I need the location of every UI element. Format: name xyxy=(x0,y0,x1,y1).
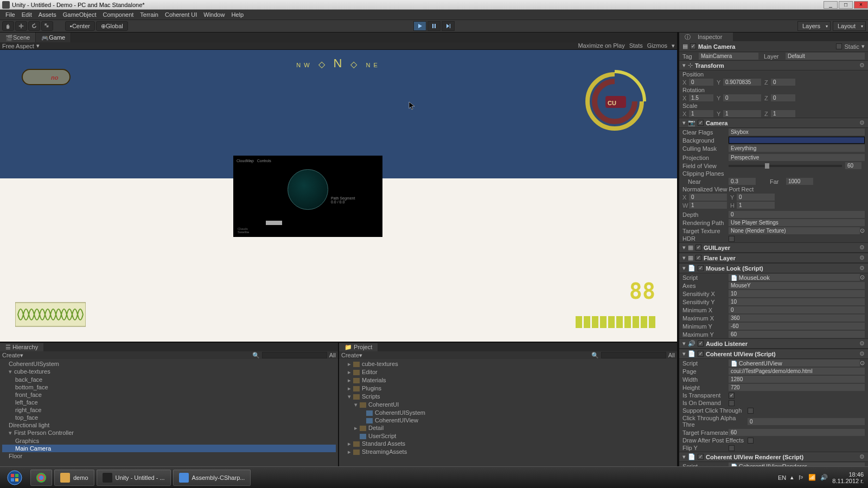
position-z-field[interactable] xyxy=(771,79,795,86)
audiolistener-enabled-checkbox[interactable] xyxy=(698,341,704,346)
project-item[interactable]: UserScript xyxy=(341,432,675,440)
background-color-field[interactable] xyxy=(729,137,865,144)
rotation-x-field[interactable] xyxy=(689,94,713,101)
project-create-dropdown[interactable]: Create xyxy=(341,352,359,358)
menu-terrain[interactable]: Terrain xyxy=(137,11,162,18)
gear-icon[interactable]: ⚙ xyxy=(859,62,865,69)
object-picker-icon[interactable]: ⊙ xyxy=(860,359,865,367)
hierarchy-item[interactable]: front_face xyxy=(2,391,336,399)
clickalpha-field[interactable] xyxy=(748,418,865,425)
hierarchy-item[interactable]: top_face xyxy=(2,414,336,421)
maxx-field[interactable] xyxy=(729,314,865,322)
object-picker-icon[interactable]: ⊙ xyxy=(860,274,865,281)
tag-dropdown[interactable]: MainCamera xyxy=(699,53,758,60)
near-clip-field[interactable] xyxy=(729,178,756,185)
hierarchy-item-selected[interactable]: Main Camera xyxy=(2,445,336,452)
viewport-h-field[interactable] xyxy=(737,202,775,209)
depth-field[interactable] xyxy=(729,211,865,218)
drawafter-checkbox[interactable] xyxy=(748,438,754,444)
ondemand-checkbox[interactable] xyxy=(729,400,735,406)
close-button[interactable]: × xyxy=(854,1,868,9)
menu-edit[interactable]: Edit xyxy=(18,11,35,18)
coherentview-component-header[interactable]: ▾📄Coherent UIView (Script)⚙ xyxy=(679,349,868,359)
height-field[interactable] xyxy=(729,384,865,391)
move-tool-button[interactable] xyxy=(15,21,27,31)
project-item[interactable]: ▸ Detail xyxy=(341,424,675,432)
menu-coherentui[interactable]: Coherent UI xyxy=(162,11,200,18)
gear-icon[interactable]: ⚙ xyxy=(859,265,865,272)
project-item[interactable]: CoherentUIView xyxy=(341,416,675,424)
object-picker-icon[interactable]: ⊙ xyxy=(860,227,865,234)
rotation-z-field[interactable] xyxy=(771,94,795,101)
minx-field[interactable] xyxy=(729,306,865,313)
script-field[interactable]: 📄 CoherentUIViewRenderer xyxy=(729,463,865,466)
mouselook-component-header[interactable]: ▾📄Mouse Look (Script)⚙ xyxy=(679,263,868,273)
hierarchy-item[interactable]: Directional light xyxy=(2,421,336,429)
menu-help[interactable]: Help xyxy=(228,11,247,18)
clear-flags-dropdown[interactable]: Skybox xyxy=(729,129,865,136)
project-item[interactable]: ▸ Plugins xyxy=(341,384,675,393)
hierarchy-item[interactable]: CoherentUISystem xyxy=(2,360,336,368)
hierarchy-tab[interactable]: ☰ Hierarchy xyxy=(0,343,43,351)
system-tray[interactable]: EN ▴ 🏳 📶 🔊 18:46 8.11.2012 г. xyxy=(774,471,868,484)
viewport-x-field[interactable] xyxy=(689,194,727,201)
script-field[interactable]: 📄 MouseLook xyxy=(729,274,860,281)
sensx-field[interactable] xyxy=(729,290,865,297)
transform-component-header[interactable]: ▾⊹Transform⚙ xyxy=(679,60,868,70)
mouselook-enabled-checkbox[interactable] xyxy=(698,265,704,271)
volume-icon[interactable]: 🔊 xyxy=(820,474,828,481)
project-item[interactable]: ▸ Standard Assets xyxy=(341,440,675,448)
hierarchy-item[interactable]: right_face xyxy=(2,406,336,414)
project-item[interactable]: ▾ CoherentUI xyxy=(341,401,675,409)
far-clip-field[interactable] xyxy=(786,178,813,185)
fov-field[interactable] xyxy=(845,162,861,169)
menu-window[interactable]: Window xyxy=(200,11,228,18)
pause-button[interactable] xyxy=(427,21,441,31)
gameobject-enabled-checkbox[interactable] xyxy=(690,43,696,49)
gear-icon[interactable]: ⚙ xyxy=(859,119,865,126)
transparent-checkbox[interactable] xyxy=(729,393,735,399)
menu-gameobject[interactable]: GameObject xyxy=(60,11,100,18)
guilayer-component-header[interactable]: ▾▦GUILayer⚙ xyxy=(679,242,868,253)
script-field[interactable]: 📄 CoherentUIView xyxy=(729,359,860,367)
rotate-tool-button[interactable] xyxy=(28,21,40,31)
taskbar-folder[interactable]: demo xyxy=(54,470,94,486)
targetfps-field[interactable] xyxy=(729,429,865,436)
taskbar-chrome[interactable] xyxy=(30,470,52,486)
gameobject-name[interactable]: Main Camera xyxy=(698,43,735,50)
hierarchy-item[interactable]: Floor xyxy=(2,452,336,460)
inspector-tab[interactable]: ⓘ Inspector xyxy=(679,33,733,42)
fov-slider[interactable] xyxy=(729,165,842,167)
gear-icon[interactable]: ⚙ xyxy=(859,244,865,251)
game-viewport[interactable]: NW ◇ N ◇ NE no CU CloudMap Controls xyxy=(0,50,677,342)
gizmos-toggle[interactable]: Gizmos xyxy=(647,42,667,49)
coherentview-enabled-checkbox[interactable] xyxy=(698,351,704,357)
lang-indicator[interactable]: EN xyxy=(778,474,786,481)
flarelayer-enabled-checkbox[interactable] xyxy=(695,255,701,261)
handle-mode-button[interactable]: ⊕ Global xyxy=(96,21,128,31)
camera-component-header[interactable]: ▾📷Camera⚙ xyxy=(679,118,868,128)
menu-file[interactable]: File xyxy=(2,11,18,18)
taskbar-unity[interactable]: Unity - Untitled - ... xyxy=(97,470,171,486)
miny-field[interactable] xyxy=(729,323,865,330)
project-item[interactable]: CoherentUISystem xyxy=(341,409,675,416)
hierarchy-item[interactable]: Graphics xyxy=(2,437,336,445)
layers-dropdown[interactable]: Layers xyxy=(797,21,831,31)
scale-z-field[interactable] xyxy=(771,110,795,117)
minimize-button[interactable]: _ xyxy=(824,1,838,9)
tray-arrow-icon[interactable]: ▴ xyxy=(790,474,794,481)
layer-dropdown[interactable]: Default xyxy=(786,53,865,60)
menu-assets[interactable]: Assets xyxy=(35,11,60,18)
play-button[interactable] xyxy=(413,21,426,31)
gear-icon[interactable]: ⚙ xyxy=(859,350,865,357)
audiolistener-component-header[interactable]: ▾🔊Audio Listener⚙ xyxy=(679,338,868,349)
rendering-path-dropdown[interactable]: Use Player Settings xyxy=(729,219,865,226)
network-icon[interactable]: 📶 xyxy=(808,474,816,481)
hierarchy-item[interactable]: back_face xyxy=(2,376,336,383)
gear-icon[interactable]: ⚙ xyxy=(859,453,865,460)
rotation-y-field[interactable] xyxy=(723,94,761,101)
layout-dropdown[interactable]: Layout xyxy=(833,21,866,31)
hierarchy-item[interactable]: ▾cube-textures xyxy=(2,368,336,376)
viewport-w-field[interactable] xyxy=(689,202,727,209)
gear-icon[interactable]: ⚙ xyxy=(859,254,865,261)
